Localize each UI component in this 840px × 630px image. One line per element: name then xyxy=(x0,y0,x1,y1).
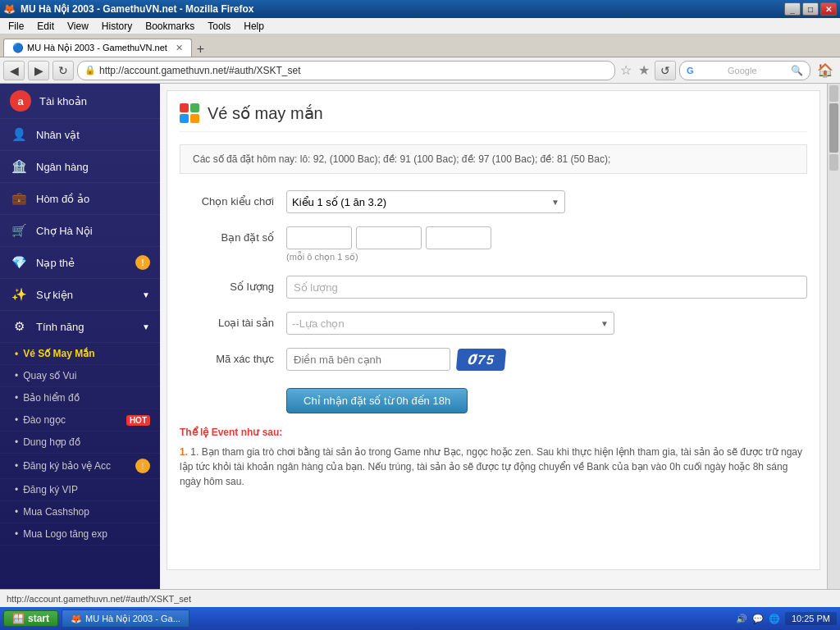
number-input-3[interactable] xyxy=(426,226,491,249)
tab-close-icon[interactable]: ✕ xyxy=(176,43,183,53)
tab-main[interactable]: 🔵 MU Hà Nội 2003 - GamethuVN.net ✕ xyxy=(3,39,192,57)
clock: 10:25 PM xyxy=(785,612,837,625)
hom-do-ao-label: Hòm đồ ảo xyxy=(36,193,89,205)
taskbar: 🪟 start 🦊 MU Hà Nội 2003 - Ga... 🔊 💬 🌐 1… xyxy=(0,607,840,630)
sidebar-item-ngan-hang[interactable]: 🏦 Ngân hàng xyxy=(0,151,160,183)
dot-icon: • xyxy=(15,436,18,448)
bookmark-star2-icon[interactable]: ★ xyxy=(638,62,650,78)
sidebar-sub-bao-ve-acc[interactable]: • Đăng ký bảo vệ Acc ! xyxy=(0,454,160,479)
content-inner: Vé số may mắn Các số đã đặt hôm nay: lô:… xyxy=(167,90,820,570)
back-button[interactable]: ◀ xyxy=(3,61,25,80)
rules-text: 1. 1. Bạn tham gia trò chơi bằng tài sản… xyxy=(180,445,807,489)
sidebar-sub-dao-ngoc[interactable]: • Đào ngọc HOT xyxy=(0,409,160,431)
refresh-button[interactable]: ↻ xyxy=(52,61,74,80)
sidebar-sub-quay-so[interactable]: • Quay số Vui xyxy=(0,365,160,387)
start-button[interactable]: 🪟 start xyxy=(3,610,58,627)
captcha-image: 0̈75 xyxy=(456,349,506,371)
tab-favicon: 🔵 xyxy=(12,43,24,53)
address-bar[interactable]: 🔒 http://account.gamethuvn.net/#auth/XSK… xyxy=(77,61,615,80)
tray-sound-icon: 🔊 xyxy=(736,614,747,624)
bao-hiem-label: Bảo hiểm đồ xyxy=(23,392,79,404)
sidebar-item-cho-ha-noi[interactable]: 🛒 Chợ Hà Nội xyxy=(0,215,160,247)
form-row-dat-so: Bạn đặt số (mỗi ô chọn 1 số) xyxy=(180,226,807,262)
sidebar-item-tai-khoan[interactable]: a Tài khoản xyxy=(0,84,160,119)
sidebar-item-nap-the[interactable]: 💎 Nạp thẻ ! xyxy=(0,247,160,279)
input-hint: (mỗi ô chọn 1 số) xyxy=(286,252,807,262)
tinh-nang-arrow-icon: ▼ xyxy=(142,322,150,331)
security-icon: 🔒 xyxy=(84,65,96,75)
menu-history[interactable]: History xyxy=(97,20,137,33)
dot-icon: • xyxy=(15,370,18,381)
quay-so-label: Quay số Vui xyxy=(23,370,76,381)
window-titlebar: 🦊 MU Hà Nội 2003 - GamethuVN.net - Mozil… xyxy=(0,0,840,18)
number-input-2[interactable] xyxy=(356,226,422,249)
close-button[interactable]: ✕ xyxy=(820,2,837,16)
loai-tai-san-select[interactable]: --Lựa chọn ▼ xyxy=(286,312,614,335)
menu-tools[interactable]: Tools xyxy=(203,20,235,33)
kieu-choi-select[interactable]: Kiểu 1 số (1 ăn 3.2) ▼ xyxy=(286,190,565,213)
select-arrow2-icon: ▼ xyxy=(600,319,609,328)
google-icon: G xyxy=(687,66,694,75)
dao-ngoc-badge: HOT xyxy=(126,415,150,426)
cho-ha-noi-icon: 🛒 xyxy=(10,221,28,240)
sidebar-item-nhan-vat[interactable]: 👤 Nhân vật xyxy=(0,119,160,151)
taskbar-window-item[interactable]: 🦊 MU Hà Nội 2003 - Ga... xyxy=(62,609,189,628)
menu-edit[interactable]: Edit xyxy=(32,20,59,33)
page-title-row: Vé số may mắn xyxy=(180,103,807,132)
bao-ve-acc-label: Đăng ký bảo vệ Acc xyxy=(23,460,111,472)
sidebar-sub-dang-ky-vip[interactable]: • Đăng ký VIP xyxy=(0,479,160,501)
search-placeholder: Google xyxy=(728,66,756,75)
so-luong-control xyxy=(286,276,807,299)
dung-hop-label: Dung hợp đồ xyxy=(23,436,80,448)
statusbar: http://account.gamethuvn.net/#auth/XSKT_… xyxy=(0,589,840,607)
sidebar-sub-bao-hiem[interactable]: • Bảo hiểm đồ xyxy=(0,387,160,409)
number-inputs-group xyxy=(286,226,807,249)
dot-icon: • xyxy=(15,528,18,540)
sidebar-sub-mua-cashshop[interactable]: • Mua Cashshop xyxy=(0,501,160,523)
kieu-choi-value: Kiểu 1 số (1 ăn 3.2) xyxy=(292,196,386,208)
sidebar-item-tinh-nang[interactable]: ⚙ Tính năng ▼ xyxy=(0,311,160,343)
menu-bookmarks[interactable]: Bookmarks xyxy=(140,20,199,33)
sidebar-sub-dung-hop[interactable]: • Dung hợp đồ xyxy=(0,431,160,454)
reload-button[interactable]: ↺ xyxy=(655,61,676,80)
menu-view[interactable]: View xyxy=(62,20,94,33)
menu-help[interactable]: Help xyxy=(239,20,269,33)
so-luong-input[interactable] xyxy=(286,276,807,299)
rule1-text: 1. Bạn tham gia trò chơi bằng tài sản ảo… xyxy=(180,446,802,487)
su-kien-arrow-icon: ▼ xyxy=(142,290,150,299)
search-icon[interactable]: 🔍 xyxy=(791,65,803,76)
maximize-button[interactable]: □ xyxy=(802,2,819,16)
kieu-choi-control: Kiểu 1 số (1 ăn 3.2) ▼ xyxy=(286,190,807,213)
new-tab-button[interactable]: + xyxy=(192,42,209,57)
menu-file[interactable]: File xyxy=(3,20,29,33)
scrollbar[interactable] xyxy=(827,84,840,589)
rules-section: Thể lệ Event như sau: 1. 1. Bạn tham gia… xyxy=(180,427,807,489)
taskbar-window-icon: 🦊 xyxy=(71,614,82,624)
windows-logo-icon xyxy=(180,103,199,123)
sidebar-sub-mua-logo[interactable]: • Mua Logo tăng exp xyxy=(0,523,160,546)
dot-icon: • xyxy=(15,414,18,426)
sidebar-sub-ve-so[interactable]: • Vé Số May Mắn xyxy=(0,343,160,365)
search-box[interactable]: G Google 🔍 xyxy=(679,61,810,80)
window-title: MU Hà Nội 2003 - GamethuVN.net - Mozilla… xyxy=(21,3,253,15)
bao-ve-acc-badge: ! xyxy=(135,459,150,473)
home-button[interactable]: 🏠 xyxy=(814,61,837,80)
nap-the-icon: 💎 xyxy=(10,253,28,272)
forward-button[interactable]: ▶ xyxy=(28,61,49,80)
minimize-button[interactable]: _ xyxy=(784,2,801,16)
sidebar-item-hom-do-ao[interactable]: 💼 Hòm đồ ảo xyxy=(0,183,160,215)
page-title: Vé số may mắn xyxy=(208,103,323,123)
submit-button[interactable]: Chỉ nhận đặt số từ 0h đến 18h xyxy=(286,388,468,413)
bookmark-star-icon[interactable]: ☆ xyxy=(620,62,632,78)
captcha-input[interactable] xyxy=(286,348,450,371)
so-luong-label: Số lượng xyxy=(180,276,286,293)
mua-cashshop-label: Mua Cashshop xyxy=(23,506,89,518)
dao-ngoc-label: Đào ngọc xyxy=(23,414,66,426)
captcha-label: Mã xác thực xyxy=(180,348,286,365)
dot-icon: • xyxy=(15,392,18,404)
select-arrow-icon: ▼ xyxy=(551,198,559,207)
form-row-captcha: Mã xác thực 0̈75 xyxy=(180,348,807,371)
number-input-1[interactable] xyxy=(286,226,352,249)
sidebar-item-su-kien[interactable]: ✨ Sự kiện ▼ xyxy=(0,279,160,311)
submit-spacer xyxy=(180,384,286,389)
